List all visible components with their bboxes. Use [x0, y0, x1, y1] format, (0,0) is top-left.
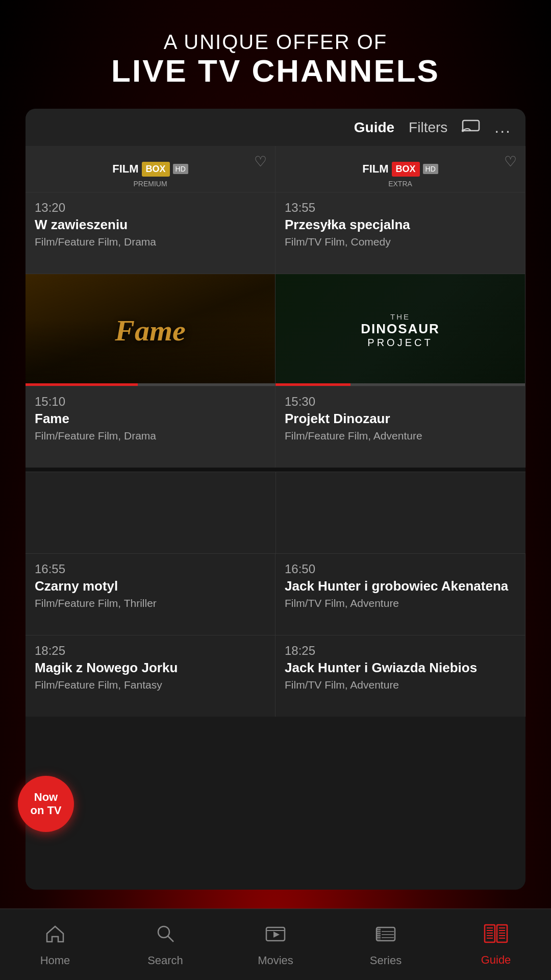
channel-heart-2[interactable]: ♡ [504, 153, 517, 170]
progress-container-fame [26, 383, 275, 386]
second-section-thumb-row: EMPERO [26, 472, 525, 553]
thumbnail-row-1: Fame THE DINOSAUR PROJECT [26, 274, 525, 386]
channel-hd-2: HD [423, 164, 438, 174]
time-1-1: 13:20 [35, 201, 266, 215]
title-2-3: Jack Hunter i grobowiec Akenatena [285, 578, 516, 594]
program-row-3: 16:55 Czarny motyl Film/Feature Film, Th… [26, 553, 525, 635]
genre-2-4: Film/TV Film, Adventure [285, 678, 516, 692]
progress-bar-dino [276, 383, 350, 386]
more-button[interactable]: ... [494, 118, 511, 137]
thumbnail-fame[interactable]: Fame [26, 274, 276, 386]
genre-1-2: Film/Feature Film, Drama [35, 429, 266, 443]
promo-title: LIVE TV CHANNELS [20, 54, 531, 88]
app-container: Guide Filters ... FILM BOX HD PREMIUM [26, 109, 525, 890]
channel-header-2[interactable]: FILM BOX HD EXTRA ♡ [276, 146, 525, 192]
program-slot-2-4[interactable]: 18:25 Jack Hunter i Gwiazda Niebios Film… [276, 635, 525, 717]
progress-container-dino [276, 383, 525, 386]
program-slot-1-2[interactable]: 15:10 Fame Film/Feature Film, Drama [26, 386, 276, 468]
title-1-3: Czarny motyl [35, 578, 266, 594]
promo-header: A UNIQUE OFFER OF LIVE TV CHANNELS [0, 0, 551, 109]
program-slot-1-1[interactable]: 13:20 W zawieszeniu Film/Feature Film, D… [26, 192, 276, 274]
thumbnail-dino[interactable]: THE DINOSAUR PROJECT [276, 274, 525, 386]
genre-1-4: Film/Feature Film, Fantasy [35, 678, 266, 692]
cast-button[interactable] [462, 119, 480, 136]
channel-name-1: FILM [112, 162, 138, 176]
col1-dark-area [26, 472, 276, 553]
fame-title-text: Fame [115, 313, 186, 348]
title-1-2: Fame [35, 411, 266, 427]
genre-1-3: Film/Feature Film, Thriller [35, 596, 266, 610]
genre-1-1: Film/Feature Film, Drama [35, 235, 266, 249]
title-1-1: W zawieszeniu [35, 217, 266, 233]
time-1-2: 15:10 [35, 395, 266, 409]
program-row-4: 18:25 Magik z Nowego Jorku Film/Feature … [26, 635, 525, 717]
now-on-tv-text: Nowon TV [30, 791, 61, 818]
content-area: FILM BOX HD PREMIUM ♡ FILM BOX HD EXTRA … [26, 146, 525, 810]
program-row-2: 15:10 Fame Film/Feature Film, Drama 15:3… [26, 386, 525, 468]
program-row-1: 13:20 W zawieszeniu Film/Feature Film, D… [26, 192, 525, 274]
time-2-1: 13:55 [285, 201, 516, 215]
title-2-2: Projekt Dinozaur [285, 411, 516, 427]
channel-premium-label: PREMIUM [133, 180, 167, 188]
title-1-4: Magik z Nowego Jorku [35, 660, 266, 676]
channel-logo-1: FILM BOX HD [112, 162, 188, 177]
time-1-3: 16:55 [35, 562, 266, 576]
channel-heart-1[interactable]: ♡ [254, 153, 267, 170]
channel-header-1[interactable]: FILM BOX HD PREMIUM ♡ [26, 146, 276, 192]
program-slot-2-3[interactable]: 16:50 Jack Hunter i grobowiec Akenatena … [276, 553, 525, 635]
progress-bar-fame [26, 383, 138, 386]
channel-hd-1: HD [173, 164, 188, 174]
channel-extra-label: EXTRA [388, 180, 412, 188]
genre-2-3: Film/TV Film, Adventure [285, 596, 516, 610]
dino-thumbnail-img: THE DINOSAUR PROJECT [276, 274, 525, 386]
channel-name-2: FILM [362, 162, 388, 176]
dino-dinosaur: DINOSAUR [361, 321, 440, 337]
program-slot-2-1[interactable]: 13:55 Przesyłka specjalna Film/TV Film, … [276, 192, 525, 274]
fame-thumbnail-img: Fame [26, 274, 275, 386]
time-2-4: 18:25 [285, 644, 516, 658]
nav-guide[interactable]: Guide [354, 119, 394, 136]
dino-project: PROJECT [361, 337, 440, 349]
title-2-4: Jack Hunter i Gwiazda Niebios [285, 660, 516, 676]
channel-headers-row: FILM BOX HD PREMIUM ♡ FILM BOX HD EXTRA … [26, 146, 525, 192]
program-slot-1-3[interactable]: 16:55 Czarny motyl Film/Feature Film, Th… [26, 553, 276, 635]
program-slot-2-2[interactable]: 15:30 Projekt Dinozaur Film/Feature Film… [276, 386, 525, 468]
nav-filters[interactable]: Filters [409, 119, 447, 136]
time-2-3: 16:50 [285, 562, 516, 576]
section-divider [26, 468, 525, 472]
title-2-1: Przesyłka specjalna [285, 217, 516, 233]
program-slot-1-4[interactable]: 18:25 Magik z Nowego Jorku Film/Feature … [26, 635, 276, 717]
channel-logo-2: FILM BOX HD [362, 162, 438, 177]
dino-the: THE [361, 312, 440, 321]
col2-dark-area [276, 472, 525, 553]
top-nav: Guide Filters ... [26, 109, 525, 146]
genre-2-2: Film/Feature Film, Adventure [285, 429, 516, 443]
time-1-4: 18:25 [35, 644, 266, 658]
channel-box-badge-2: BOX [392, 162, 420, 177]
time-2-2: 15:30 [285, 395, 516, 409]
channel-box-badge-1: BOX [142, 162, 170, 177]
genre-2-1: Film/TV Film, Comedy [285, 235, 516, 249]
promo-subtitle: A UNIQUE OFFER OF [20, 31, 531, 54]
